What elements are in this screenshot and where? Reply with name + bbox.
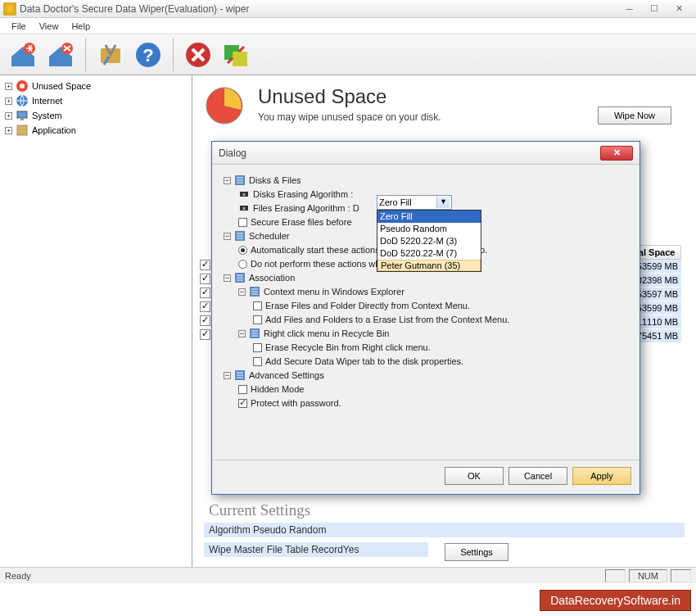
chevron-down-icon[interactable]: ▼ [436,197,450,208]
svg-rect-11 [17,111,27,118]
sidebar-label: Unused Space [32,81,91,91]
ok-button[interactable]: OK [445,467,504,485]
dialog-footer: OK Cancel Apply [212,460,640,491]
unused-space-icon [204,85,245,126]
list-icon [234,230,246,242]
tree-node-disks-files[interactable]: −Disks & Files [224,174,628,187]
watermark: DataRecoverySoftware.in [540,590,691,611]
toolbar-btn-new[interactable] [7,38,39,71]
checkbox[interactable] [253,357,262,366]
tree-node-association[interactable]: −Association [224,271,628,284]
tree-node-hidden[interactable]: Hidden Mode [224,383,628,396]
settings-dialog: Dialog ✕ −Disks & Files aDisks Erasing A… [211,141,640,495]
algorithm-dropdown: Zero Fill Pseudo Random DoD 5220.22-M (3… [377,210,481,272]
status-num: NUM [629,569,667,582]
combo-option[interactable]: DoD 5220.22-M (3) [377,235,481,247]
toolbar-btn-help[interactable]: ? [132,38,165,71]
disk-icon [16,79,29,93]
combo-option[interactable]: DoD 5220.22-M (7) [377,247,481,260]
toolbar-btn-delete[interactable] [44,38,77,71]
dialog-title: Dialog [219,147,600,159]
close-button[interactable]: ✕ [671,3,686,15]
menu-file[interactable]: File [5,20,33,33]
sidebar-label: Application [32,125,76,135]
toolbar-separator [173,38,174,71]
toolbar: ? [0,34,696,75]
globe-icon [16,94,29,107]
dialog-titlebar[interactable]: Dialog ✕ [212,142,640,165]
window-title: Data Doctor's Secure Data Wiper(Evaluati… [20,3,622,15]
disk-checkbox[interactable] [200,260,210,270]
checkbox[interactable] [238,218,247,227]
tree-node-ctx-explorer[interactable]: −Context menu in Windows Explorer [224,285,628,298]
checkbox[interactable] [253,315,262,324]
algorithm-combo[interactable]: Zero Fill ▼ [377,195,452,210]
status-bar: Ready NUM [0,567,696,583]
radio[interactable] [238,246,247,255]
current-settings-label: Current Settings [204,503,685,518]
disk-check-column [200,260,210,343]
cancel-button[interactable]: Cancel [508,467,567,485]
tree-node-right-click[interactable]: −Right click menu in Recycle Bin [224,327,628,340]
tree-node-advanced[interactable]: −Advanced Settings [224,369,628,382]
combo-value: Zero Fill [379,197,412,207]
combo-option[interactable]: Peter Gutmann (35) [377,260,481,271]
sidebar-label: System [32,111,62,120]
disk-checkbox[interactable] [200,301,210,312]
sidebar-item-internet[interactable]: + Internet [3,93,188,108]
maximize-button[interactable]: ☐ [647,3,662,15]
menu-help[interactable]: Help [65,20,97,33]
radio[interactable] [238,260,247,269]
disk-checkbox[interactable] [200,274,210,284]
status-cell [671,569,691,582]
expand-icon[interactable]: + [5,83,12,90]
app-icon [3,2,16,16]
expand-icon[interactable]: + [5,127,12,134]
sidebar-item-system[interactable]: + System [3,108,188,123]
checkbox[interactable] [238,385,247,394]
checkbox[interactable] [253,301,262,310]
toolbar-separator [85,38,86,71]
dialog-close-button[interactable]: ✕ [600,146,633,161]
wipe-now-button[interactable]: Wipe Now [598,106,671,125]
page-title: Unused Space [258,85,441,108]
item-icon: a [238,202,250,214]
tree-node-add-tab[interactable]: Add Secure Data Wiper tab to the disk pr… [224,355,628,368]
disk-checkbox[interactable] [200,329,210,340]
sidebar-item-application[interactable]: + Application [3,123,188,138]
disk-checkbox[interactable] [200,288,210,298]
toolbar-btn-settings[interactable] [94,38,127,71]
toolbar-btn-stop[interactable] [182,38,215,71]
settings-button[interactable]: Settings [445,543,508,561]
expand-icon[interactable]: + [5,112,12,120]
svg-rect-12 [20,118,24,120]
list-icon [234,272,246,283]
checkbox[interactable] [238,399,247,408]
item-icon: a [238,188,250,200]
status-cell [605,569,626,582]
tree-node-protect[interactable]: Protect with password. [224,396,628,410]
combo-option[interactable]: Pseudo Random [377,223,481,235]
disk-checkbox[interactable] [200,315,210,326]
toolbar-btn-swap[interactable] [219,38,252,71]
minimize-button[interactable]: ─ [622,3,637,15]
list-icon [249,286,260,297]
list-icon [249,328,260,339]
checkbox[interactable] [253,343,262,352]
sidebar-item-unused-space[interactable]: + Unused Space [3,79,188,93]
mft-row: Wipe Master File Table RecordYes [204,542,428,557]
app-icon [16,124,29,137]
svg-rect-13 [17,125,27,135]
svg-rect-7 [233,52,247,66]
sidebar-label: Internet [32,96,62,106]
tree-node-add-files[interactable]: Add Files and Folders to a Erase List fr… [224,313,628,326]
tree-node-erase-bin[interactable]: Erase Recycle Bin from Right click menu. [224,341,628,354]
list-icon [234,369,246,381]
monitor-icon [16,109,29,122]
combo-option[interactable]: Zero Fill [377,211,481,223]
expand-icon[interactable]: + [5,97,12,105]
menu-view[interactable]: View [33,20,66,33]
apply-button[interactable]: Apply [572,467,631,485]
status-text: Ready [5,571,31,581]
tree-node-erase-direct[interactable]: Erase Files and Folder Directly from Con… [224,299,628,312]
